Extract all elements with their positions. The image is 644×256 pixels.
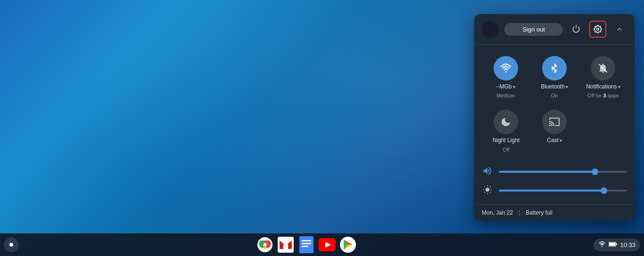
night-light-icon-circle xyxy=(494,110,518,134)
volume-slider-track[interactable] xyxy=(499,171,627,173)
night-light-sublabel: Off xyxy=(503,147,509,152)
sliders-section xyxy=(474,162,635,204)
brightness-slider-fill xyxy=(499,190,604,192)
system-time: 10:33 xyxy=(620,241,636,248)
bluetooth-icon-circle xyxy=(542,56,567,80)
wifi-label: –MGb xyxy=(496,83,512,90)
play-store-app-icon[interactable] xyxy=(339,235,357,254)
collapse-button[interactable] xyxy=(612,22,627,37)
svg-line-7 xyxy=(490,192,490,192)
notifications-toggle[interactable]: Notifications ▾ Off for 3 apps xyxy=(579,52,627,102)
system-tray[interactable]: 10:33 xyxy=(594,239,640,251)
launcher-button[interactable] xyxy=(4,237,19,252)
volume-slider-row xyxy=(482,166,627,178)
bluetooth-toggle[interactable]: Bluetooth ▾ On xyxy=(530,52,578,102)
toggles-row-2: Night Light Off Cast ▾ xyxy=(474,106,635,161)
brightness-slider-row xyxy=(482,185,627,197)
battery-tray-icon xyxy=(609,241,617,249)
bluetooth-label-row: Bluetooth ▾ xyxy=(541,83,568,90)
panel-header: Sign out xyxy=(474,14,635,45)
night-light-toggle[interactable]: Night Light Off xyxy=(482,106,530,156)
cast-dropdown-arrow: ▾ xyxy=(560,138,562,143)
taskbar-left xyxy=(4,237,19,252)
taskbar: 10:33 xyxy=(0,233,644,256)
brightness-icon xyxy=(482,185,493,197)
bluetooth-label: Bluetooth xyxy=(541,83,565,90)
cast-icon-circle xyxy=(542,110,567,134)
gmail-app-icon[interactable] xyxy=(276,235,295,254)
cast-label-row: Cast ▾ xyxy=(547,137,562,144)
cast-toggle[interactable]: Cast ▾ xyxy=(530,106,579,156)
chrome-app-icon[interactable] xyxy=(256,235,274,254)
panel-footer: Mon, Jan 22 | Battery full xyxy=(474,204,635,221)
footer-battery: Battery full xyxy=(526,209,553,216)
svg-point-0 xyxy=(597,28,599,31)
settings-button[interactable] xyxy=(589,21,606,38)
brightness-slider-thumb xyxy=(601,187,607,194)
svg-line-10 xyxy=(485,192,485,192)
svg-rect-17 xyxy=(299,236,314,253)
notifications-count: 3 xyxy=(603,93,606,98)
wifi-tray-icon xyxy=(598,240,606,249)
notifications-sublabel: Off for 3 apps xyxy=(587,93,619,98)
wifi-sublabel: Medium xyxy=(496,93,515,98)
svg-point-15 xyxy=(263,243,266,247)
svg-point-1 xyxy=(505,71,506,72)
footer-date: Mon, Jan 22 xyxy=(482,209,513,216)
volume-slider-thumb xyxy=(592,168,598,175)
notifications-label-row: Notifications ▾ xyxy=(586,83,620,90)
toggles-row-1: –MGb ▾ Medium Bluetooth ▾ On xyxy=(474,45,635,106)
wifi-label-row: –MGb ▾ xyxy=(496,83,515,90)
wifi-dropdown-arrow: ▾ xyxy=(513,84,515,89)
volume-slider-fill xyxy=(499,171,595,173)
launcher-dot xyxy=(9,243,13,247)
svg-line-6 xyxy=(485,186,485,187)
notifications-icon-circle xyxy=(591,56,615,80)
notifications-dropdown-arrow: ▾ xyxy=(618,84,620,89)
svg-rect-19 xyxy=(302,243,311,244)
bluetooth-dropdown-arrow: ▾ xyxy=(566,84,568,89)
taskbar-center xyxy=(19,235,594,254)
svg-point-25 xyxy=(602,246,603,247)
svg-line-11 xyxy=(490,186,490,187)
quick-settings-panel: Sign out xyxy=(474,14,635,221)
sign-out-button[interactable]: Sign out xyxy=(504,23,563,36)
footer-divider: | xyxy=(519,209,520,216)
docs-app-icon[interactable] xyxy=(297,235,316,254)
notifications-label: Notifications xyxy=(586,83,617,90)
user-avatar xyxy=(482,21,499,38)
svg-rect-27 xyxy=(610,243,616,246)
svg-point-3 xyxy=(486,188,489,192)
bluetooth-sublabel: On xyxy=(551,93,558,98)
svg-rect-28 xyxy=(616,243,617,245)
power-button[interactable] xyxy=(569,22,584,37)
wifi-icon-circle xyxy=(494,56,518,80)
volume-icon xyxy=(482,166,493,178)
wifi-toggle[interactable]: –MGb ▾ Medium xyxy=(482,52,529,102)
brightness-slider-track[interactable] xyxy=(499,190,627,192)
cast-label: Cast xyxy=(547,137,559,144)
youtube-app-icon[interactable] xyxy=(318,235,337,254)
svg-rect-18 xyxy=(302,240,311,241)
svg-rect-20 xyxy=(302,246,308,247)
desktop: Sign out xyxy=(0,0,644,256)
taskbar-right: 10:33 xyxy=(594,239,640,251)
night-light-label: Night Light xyxy=(493,137,520,144)
